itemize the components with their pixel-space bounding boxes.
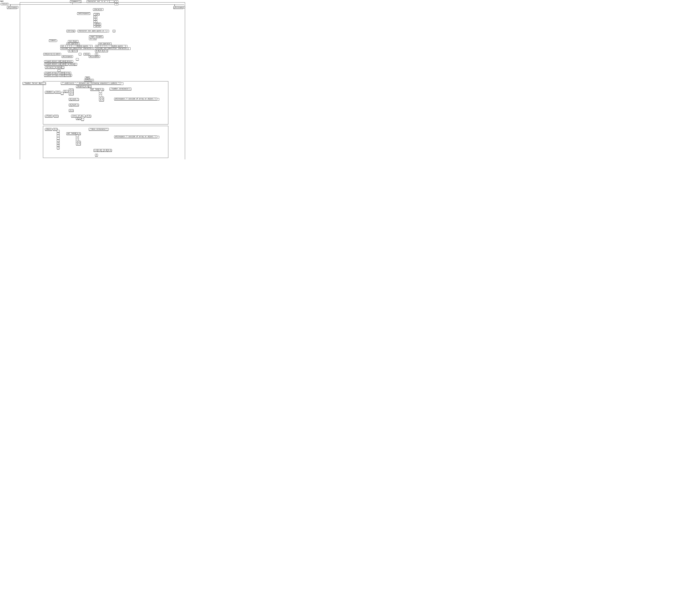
float-09a-node: 0-9 bbox=[53, 115, 58, 117]
open-brace2-node: { bbox=[65, 63, 68, 65]
date-plus-node: + bbox=[57, 140, 60, 142]
typed-object-use-node: (typed-object-use) bbox=[44, 63, 63, 65]
character-node: character bbox=[93, 8, 104, 11]
comma-arr-node: , bbox=[58, 69, 60, 72]
nt-09-node: 0-9 bbox=[99, 88, 104, 91]
ident-obj-node: ident bbox=[54, 53, 61, 55]
string-label-node: String bbox=[89, 38, 97, 40]
bin-01-node: 0-1 bbox=[74, 104, 79, 106]
close-bracket-node: ] bbox=[62, 66, 64, 68]
non-operator2-node: non-operator bbox=[98, 43, 112, 45]
char-not-n-r-node: character not \n or \r bbox=[86, 0, 110, 3]
comma-obj-node: , bbox=[76, 58, 79, 61]
date-term-comment-node: /*date terminator*/ bbox=[89, 128, 109, 130]
diagram-title: Val bbox=[0, 0, 3, 2]
digits-bigint-node: 0-9 bbox=[84, 85, 89, 88]
date-node: (Date) bbox=[45, 128, 52, 130]
infinity-node: Infinity bbox=[84, 79, 94, 81]
string-start-node: (String) bbox=[66, 30, 76, 32]
date-z2-node: Z bbox=[95, 154, 98, 156]
non-digit-node: non-digit bbox=[68, 40, 78, 43]
whitespace-node: (whitespace) bbox=[77, 13, 91, 15]
object-node: (Object) bbox=[43, 53, 53, 55]
unicode-non-id1-node: unicode non-identifier characters bbox=[60, 47, 94, 50]
date-digits4-node: 0-9 bbox=[107, 149, 112, 152]
diagram-container: Val (Value) whitespace (Comment) charact… bbox=[0, 0, 186, 159]
vn-node: \n bbox=[114, 3, 118, 5]
date-colon-node: : bbox=[57, 135, 60, 137]
oct-07-node: 0-7 bbox=[74, 98, 79, 100]
typed-string-node: (typed-string) bbox=[44, 74, 59, 77]
minus-node: - bbox=[61, 92, 64, 95]
typed-array-node: (typed-array) bbox=[44, 72, 58, 74]
colon-node: : bbox=[79, 53, 81, 55]
float-09b-node: 0-9 bbox=[86, 115, 91, 117]
date-dash-node: - bbox=[57, 130, 60, 132]
typed-object-def-node: (typed-object-def) bbox=[44, 60, 63, 63]
oct-o-node: o bbox=[71, 98, 74, 100]
nan-node: NaN bbox=[85, 77, 90, 79]
int-node: (int) bbox=[54, 91, 61, 93]
u07ed-node: \u07ed bbox=[93, 25, 101, 28]
vr2-node: \r bbox=[93, 16, 97, 18]
char-not-open-quote-node: character not open-quote or \ bbox=[78, 30, 107, 32]
date-T2-node: T bbox=[57, 147, 60, 149]
az2-node: a-z bbox=[103, 50, 108, 52]
date-T-node: T bbox=[57, 132, 60, 135]
string-kw-node: String bbox=[64, 74, 72, 77]
u-node: u bbox=[113, 30, 115, 32]
date-2-node: 2 bbox=[57, 144, 60, 147]
AZ-node: A-Z bbox=[73, 50, 78, 52]
comment-node: (Comment) bbox=[70, 0, 80, 3]
whitespace-right-node: whitespace bbox=[173, 6, 185, 9]
array-node: (Array) bbox=[45, 66, 53, 68]
unicode-non-id2-node: unicode non-identifier characters bbox=[95, 47, 128, 50]
vn2-node: \n bbox=[93, 18, 97, 20]
non-operator-node: non-operator bbox=[66, 43, 80, 45]
svg-rect-135 bbox=[43, 81, 168, 124]
number-node: (Number) bbox=[45, 91, 54, 93]
x-hex-node: x bbox=[65, 90, 68, 93]
array-kw-node: Array bbox=[64, 72, 71, 74]
whitespace-arr-obj-node: whitespace /* outside of array or object… bbox=[114, 98, 157, 100]
svg-rect-136 bbox=[43, 126, 168, 158]
vt-node: \t bbox=[93, 20, 97, 23]
close-brace-node: } bbox=[95, 53, 98, 55]
value-obj-node: Value bbox=[83, 53, 90, 55]
float-e-node: e bbox=[78, 117, 81, 120]
bin-b-node: b bbox=[71, 104, 74, 106]
float-minus-node: - bbox=[81, 118, 84, 121]
x20-node: \x20 bbox=[93, 13, 99, 16]
not-parens2-node: not [ ( ) ] , : double-quote ' bbox=[95, 45, 126, 47]
open-bracket-node: [ bbox=[53, 66, 56, 68]
u07ec-node: \u07ec bbox=[93, 23, 101, 25]
svg-rect-134 bbox=[20, 2, 185, 159]
num-parser-begin-node: /*Number Parser Bgin*/ bbox=[22, 82, 45, 84]
hex-af-node: a-f bbox=[69, 93, 74, 95]
dec-09-node: 0-9 bbox=[69, 109, 74, 112]
whitespace-obj2-node: whitespace bbox=[89, 55, 100, 58]
nt2-09-node: 0-9 bbox=[76, 132, 81, 135]
n-bigint-node: n bbox=[89, 85, 92, 88]
underscore-comment-node: /* underscore '_' between any following … bbox=[61, 82, 121, 84]
date-z-node: Z bbox=[57, 142, 60, 144]
close-brace2-node: } bbox=[74, 63, 77, 65]
vp-node: \r bbox=[114, 0, 118, 3]
whitespace-left-node: whitespace bbox=[7, 6, 18, 9]
legal-escapes-node: Legal Escapes bbox=[89, 35, 103, 38]
whitespace-obj1-node: whitespace bbox=[62, 55, 73, 58]
object-kw-node: object bbox=[65, 60, 73, 63]
nt2-af-node: a-f bbox=[76, 143, 81, 145]
not-parens1-node: not [ ( ) ] , : double-quote ' bbox=[60, 45, 91, 47]
value-start-node: (Value) bbox=[0, 3, 9, 5]
whitespace-date-node: whitespace /* outside of array or object… bbox=[114, 136, 157, 138]
number-term-comment-node: /*number terminator*/ bbox=[109, 88, 131, 90]
az-node: a-z bbox=[68, 50, 73, 52]
ident-node: (ident) bbox=[49, 40, 58, 42]
float-node: (float) bbox=[45, 115, 53, 117]
date-dot-node: . bbox=[57, 137, 60, 140]
nt-af-node: a-f bbox=[99, 99, 104, 101]
